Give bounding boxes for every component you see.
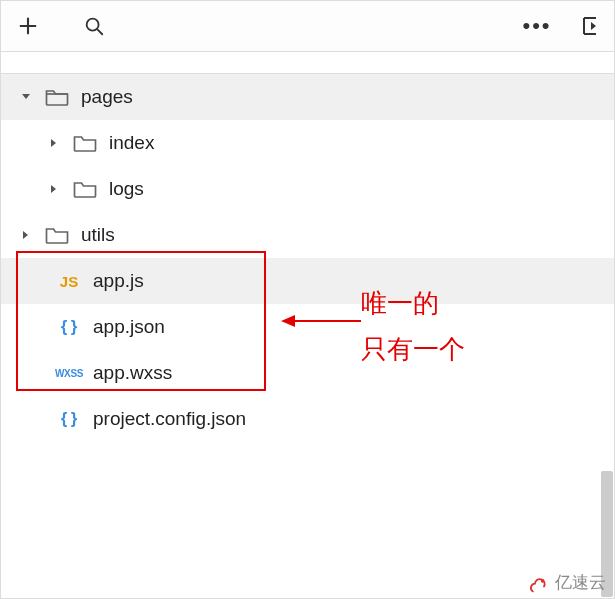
tree-file-app-js[interactable]: JS app.js [1, 258, 614, 304]
more-icon[interactable]: ••• [524, 13, 550, 39]
tree-file-app-wxss[interactable]: WXSS app.wxss [1, 350, 614, 396]
watermark-text: 亿速云 [555, 571, 606, 594]
tree-item-label: index [109, 132, 154, 154]
tree-file-app-json[interactable]: { } app.json [1, 304, 614, 350]
folder-icon [43, 225, 71, 245]
json-file-icon: { } [55, 409, 83, 429]
tree-folder-logs[interactable]: logs [1, 166, 614, 212]
folder-open-icon [43, 87, 71, 107]
file-tree: pages index logs utils JS app.js [0, 74, 615, 599]
watermark: 亿速云 [523, 571, 606, 594]
tree-folder-pages[interactable]: pages [1, 74, 614, 120]
add-icon[interactable] [15, 13, 41, 39]
tree-item-label: logs [109, 178, 144, 200]
wxss-file-icon: WXSS [55, 368, 83, 379]
tree-item-label: project.config.json [93, 408, 246, 430]
tree-item-label: app.json [93, 316, 165, 338]
blank-bar [0, 52, 615, 74]
js-file-icon: JS [55, 273, 83, 290]
json-file-icon: { } [55, 317, 83, 337]
toolbar: ••• [0, 0, 615, 52]
tree-folder-utils[interactable]: utils [1, 212, 614, 258]
search-icon[interactable] [81, 13, 107, 39]
folder-icon [71, 179, 99, 199]
chevron-down-icon[interactable] [19, 91, 33, 103]
chevron-right-icon[interactable] [19, 229, 33, 241]
folder-icon [71, 133, 99, 153]
tree-item-label: app.js [93, 270, 144, 292]
collapse-panel-icon[interactable] [576, 13, 602, 39]
tree-file-project-config-json[interactable]: { } project.config.json [1, 396, 614, 442]
watermark-logo-icon [523, 572, 551, 594]
chevron-right-icon[interactable] [47, 183, 61, 195]
tree-item-label: utils [81, 224, 115, 246]
tree-item-label: pages [81, 86, 133, 108]
tree-item-label: app.wxss [93, 362, 172, 384]
svg-point-0 [87, 19, 99, 31]
tree-folder-index[interactable]: index [1, 120, 614, 166]
chevron-right-icon[interactable] [47, 137, 61, 149]
svg-point-3 [541, 579, 545, 583]
